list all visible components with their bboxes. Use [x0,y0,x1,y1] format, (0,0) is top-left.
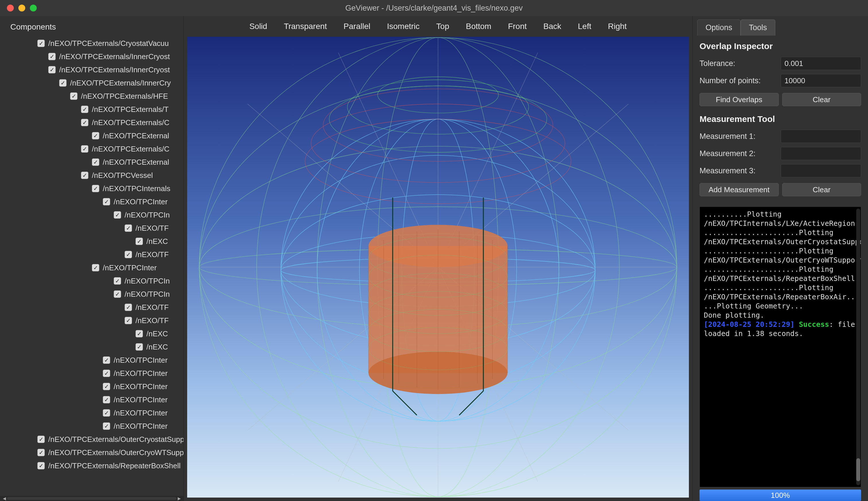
tree-checkbox[interactable]: ✓ [103,396,110,403]
tab-tools[interactable]: Tools [741,20,775,35]
tree-item[interactable]: ✓/nEXC [0,340,183,353]
tree-item[interactable]: ✓/nEXO/TPCExternals/RepeaterBoxShell [0,459,183,472]
tree-checkbox[interactable]: ✓ [103,356,110,364]
close-window-button[interactable] [7,4,14,11]
measurement1-input[interactable] [781,130,861,143]
tree-checkbox[interactable]: ✓ [37,436,45,443]
tree-checkbox[interactable]: ✓ [70,93,77,100]
tree-item[interactable]: ✓/nEXO/TF [0,222,183,235]
tree-item[interactable]: ✓/nEXO/TPCExternals/C [0,142,183,156]
points-label: Number of points: [699,76,781,85]
view-mode-solid[interactable]: Solid [250,22,267,31]
tree-checkbox[interactable]: ✓ [92,185,99,192]
tree-item[interactable]: ✓/nEXO/TPCInternals [0,182,183,195]
tree-checkbox[interactable]: ✓ [92,158,99,166]
tree-item[interactable]: ✓/nEXO/TPCExternals/CryostatVacuu [0,37,183,50]
tree-checkbox[interactable]: ✓ [59,79,66,87]
tree-checkbox[interactable]: ✓ [103,423,110,430]
view-mode-right[interactable]: Right [608,22,627,31]
measurement2-input[interactable] [781,147,861,160]
tree-checkbox[interactable]: ✓ [114,211,121,218]
minimize-window-button[interactable] [18,4,25,11]
horizontal-scrollbar[interactable]: ◀ ▶ [0,496,183,501]
tree-checkbox[interactable]: ✓ [125,303,132,311]
view-mode-transparent[interactable]: Transparent [284,22,327,31]
view-mode-bottom[interactable]: Bottom [466,22,491,31]
tree-item[interactable]: ✓/nEXO/TPCIn [0,288,183,301]
tree-item[interactable]: ✓/nEXO/TPCInter [0,195,183,208]
tree-checkbox[interactable]: ✓ [81,172,88,179]
tree-checkbox[interactable]: ✓ [48,66,56,73]
measurement3-input[interactable] [781,164,861,177]
tree-checkbox[interactable]: ✓ [136,343,143,351]
tree-item[interactable]: ✓/nEXO/TPCInter [0,393,183,406]
console-scrollbar[interactable] [856,209,860,485]
tree-item[interactable]: ✓/nEXO/TF [0,314,183,327]
tree-checkbox[interactable]: ✓ [103,198,110,205]
tree-checkbox[interactable]: ✓ [125,317,132,324]
tree-checkbox[interactable]: ✓ [81,145,88,153]
tree-checkbox[interactable]: ✓ [48,53,56,60]
tree-checkbox[interactable]: ✓ [114,277,121,285]
tree-checkbox[interactable]: ✓ [37,40,45,47]
viewport-3d[interactable] [187,37,689,498]
tree-checkbox[interactable]: ✓ [37,449,45,456]
tree-item[interactable]: ✓/nEXO/TPCExternal [0,156,183,169]
points-input[interactable] [781,74,861,87]
tree-item[interactable]: ✓/nEXO/TPCInter [0,353,183,367]
tolerance-input[interactable] [781,57,861,70]
tree-item[interactable]: ✓/nEXC [0,235,183,248]
tree-item[interactable]: ✓/nEXO/TPCVessel [0,169,183,182]
console-scroll-thumb[interactable] [856,458,860,481]
console-output[interactable]: ..........Plotting /nEXO/TPCInternals/LX… [699,206,861,487]
tree-checkbox[interactable]: ✓ [136,330,143,338]
tree-checkbox[interactable]: ✓ [114,290,121,298]
clear-measurement-button[interactable]: Clear [782,183,861,196]
tree-checkbox[interactable]: ✓ [81,119,88,126]
find-overlaps-button[interactable]: Find Overlaps [699,93,779,106]
scroll-left-icon[interactable]: ◀ [2,497,7,500]
tree-checkbox[interactable]: ✓ [125,251,132,258]
tree-item[interactable]: ✓/nEXO/TPCExternals/InnerCry [0,76,183,89]
tree-checkbox[interactable]: ✓ [37,462,45,469]
tree-checkbox[interactable]: ✓ [92,132,99,139]
view-mode-top[interactable]: Top [436,22,449,31]
tree-item[interactable]: ✓/nEXC [0,327,183,340]
tree-checkbox[interactable]: ✓ [92,264,99,271]
view-mode-isometric[interactable]: Isometric [387,22,420,31]
tree-checkbox[interactable]: ✓ [103,409,110,417]
tree-item[interactable]: ✓/nEXO/TF [0,301,183,314]
tree-checkbox[interactable]: ✓ [103,370,110,377]
tree-item[interactable]: ✓/nEXO/TPCInter [0,380,183,393]
maximize-window-button[interactable] [30,4,37,11]
view-mode-back[interactable]: Back [543,22,561,31]
tree-item[interactable]: ✓/nEXO/TPCExternals/HFE [0,89,183,103]
add-measurement-button[interactable]: Add Measurement [699,183,779,196]
tree-item[interactable]: ✓/nEXO/TPCExternals/OuterCryoWTSupport [0,446,183,459]
components-tree[interactable]: ✓/nEXO/TPCExternals/CryostatVacuu✓/nEXO/… [0,37,183,496]
tree-item[interactable]: ✓/nEXO/TPCInter [0,419,183,433]
tree-item[interactable]: ✓/nEXO/TPCInter [0,367,183,380]
tree-item[interactable]: ✓/nEXO/TPCExternal [0,129,183,142]
tree-item[interactable]: ✓/nEXO/TPCIn [0,208,183,222]
view-mode-front[interactable]: Front [508,22,527,31]
tree-item[interactable]: ✓/nEXO/TPCExternals/C [0,116,183,129]
tree-item[interactable]: ✓/nEXO/TPCIn [0,274,183,288]
tree-item[interactable]: ✓/nEXO/TPCExternals/T [0,103,183,116]
clear-overlaps-button[interactable]: Clear [782,93,861,106]
tree-item[interactable]: ✓/nEXO/TPCInter [0,261,183,274]
tree-checkbox[interactable]: ✓ [103,383,110,390]
view-mode-parallel[interactable]: Parallel [343,22,370,31]
scroll-right-icon[interactable]: ▶ [177,497,182,500]
tree-item[interactable]: ✓/nEXO/TPCInter [0,406,183,419]
tree-item[interactable]: ✓/nEXO/TPCExternals/OuterCryostatSuppor [0,433,183,446]
tree-item[interactable]: ✓/nEXO/TPCExternals/InnerCryost [0,50,183,63]
tree-item[interactable]: ✓/nEXO/TPCExternals/InnerCryost [0,63,183,76]
tab-options[interactable]: Options [697,20,741,35]
tree-checkbox[interactable]: ✓ [81,106,88,113]
tree-checkbox[interactable]: ✓ [136,237,143,245]
scroll-track[interactable] [7,497,177,500]
tree-item[interactable]: ✓/nEXO/TF [0,248,183,261]
tree-checkbox[interactable]: ✓ [125,224,132,232]
view-mode-left[interactable]: Left [578,22,591,31]
